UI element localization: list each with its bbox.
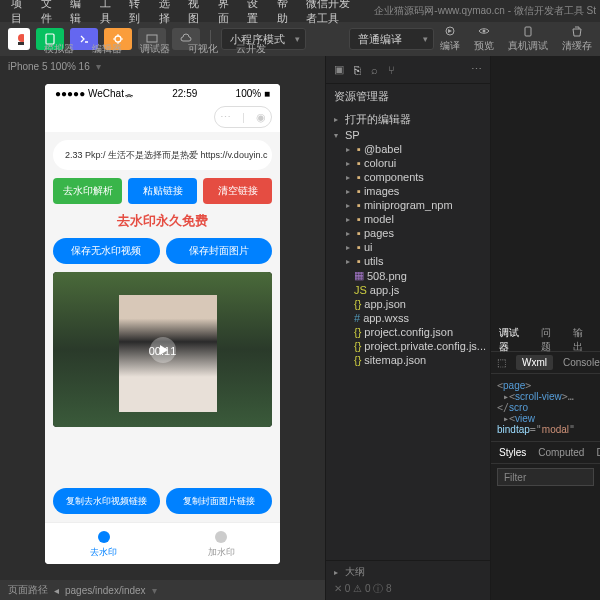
file-sitemap.json[interactable]: {} sitemap.json	[326, 353, 490, 367]
status-time: 22:59	[172, 88, 197, 99]
menu-project[interactable]: 项目	[4, 0, 34, 26]
outline[interactable]: ▸ 大纲	[334, 565, 482, 579]
file-project.config.json[interactable]: {} project.config.json	[326, 325, 490, 339]
menu-file[interactable]: 文件	[34, 0, 64, 26]
status-signal: ●●●●● WeChat	[55, 88, 134, 99]
copy-icon[interactable]: ⎘	[354, 64, 361, 76]
folder-pages[interactable]: ▸▪ pages	[326, 226, 490, 240]
search-icon[interactable]: ⌕	[371, 64, 378, 76]
menu-edit[interactable]: 编辑	[63, 0, 93, 26]
label-visual: 可视化	[188, 42, 218, 56]
label-sim: 模拟器	[44, 42, 74, 56]
file-app.js[interactable]: JS app.js	[326, 283, 490, 297]
url-input[interactable]: 2.33 Pkp:/ 生活不是选择而是热爱 https://v.douyin.c	[53, 140, 272, 170]
free-text: 去水印永久免费	[53, 212, 272, 230]
window-title: 企业猫源码网-www.qymao.cn - 微信开发者工具 Stable 1.0…	[367, 4, 596, 18]
folder-utils[interactable]: ▸▪ utils	[326, 254, 490, 268]
svg-rect-2	[18, 42, 24, 45]
menu-tools[interactable]: 工具	[93, 0, 123, 26]
menu-help[interactable]: 帮助	[270, 0, 300, 26]
compile-button[interactable]: 编译	[440, 26, 460, 53]
open-editors[interactable]: ▸打开的编辑器	[326, 111, 490, 128]
folder-miniprogram_npm[interactable]: ▸▪ miniprogram_npm	[326, 198, 490, 212]
root-folder[interactable]: ▾SP	[326, 128, 490, 142]
label-debug: 调试器	[140, 42, 170, 56]
menubar: 项目 文件 编辑 工具 转到 选择 视图 界面 设置 帮助 微信开发者工具 企业…	[0, 0, 600, 22]
video-player[interactable]: 00:11	[53, 272, 272, 427]
tab-output[interactable]: 输出	[573, 326, 592, 354]
tab-problems[interactable]: 问题	[541, 326, 560, 354]
branch-icon[interactable]: ⑂	[388, 64, 395, 76]
svg-rect-5	[147, 35, 157, 42]
dataset-tab[interactable]: Data	[596, 447, 600, 458]
copy-video-button[interactable]: 复制去水印视频链接	[53, 488, 160, 514]
menu-select[interactable]: 选择	[152, 0, 182, 26]
svg-rect-8	[525, 27, 531, 36]
svg-point-10	[98, 531, 110, 543]
folder-images[interactable]: ▸▪ images	[326, 184, 490, 198]
save-cover-button[interactable]: 保存封面图片	[166, 238, 273, 264]
folder-components[interactable]: ▸▪ components	[326, 170, 490, 184]
tab-add-wm[interactable]: 加水印	[163, 523, 281, 564]
filter-input[interactable]: Filter	[497, 468, 594, 486]
file-508.png[interactable]: ▦ 508.png	[326, 268, 490, 283]
menu-view[interactable]: 视图	[181, 0, 211, 26]
parse-button[interactable]: 去水印解析	[53, 178, 122, 204]
wxml-tab[interactable]: Wxml	[516, 355, 553, 370]
clear-button[interactable]: 清空链接	[203, 178, 272, 204]
folder-@babel[interactable]: ▸▪ @babel	[326, 142, 490, 156]
clear-cache-button[interactable]: 清缓存	[562, 26, 592, 53]
folder-model[interactable]: ▸▪ model	[326, 212, 490, 226]
compile-dropdown[interactable]: 普通编译	[349, 28, 434, 50]
capsule[interactable]: ⋯ | ◉	[214, 106, 272, 128]
tab-debugger[interactable]: 调试器	[499, 326, 527, 354]
status-battery: 100% ■	[236, 88, 270, 99]
svg-point-7	[483, 29, 486, 32]
copy-cover-button[interactable]: 复制封面图片链接	[166, 488, 273, 514]
phone-simulator: ●●●●● WeChat 22:59 100% ■ ⋯ | ◉ 2.33 Pkp…	[45, 84, 280, 564]
save-video-button[interactable]: 保存无水印视频	[53, 238, 160, 264]
code-tree[interactable]: <page> ▸<scroll-view>…</scro ▸<view bind…	[491, 374, 600, 441]
folder-colorui[interactable]: ▸▪ colorui	[326, 156, 490, 170]
explorer-title: 资源管理器	[326, 84, 490, 109]
page-path[interactable]: pages/index/index	[65, 585, 146, 596]
more-icon[interactable]: ⋯	[471, 63, 482, 76]
menu-ui[interactable]: 界面	[211, 0, 241, 26]
menu-goto[interactable]: 转到	[122, 0, 152, 26]
menu-devtools[interactable]: 微信开发者工具	[299, 0, 367, 26]
label-cloud: 云开发	[236, 42, 266, 56]
label-editor: 编辑器	[92, 42, 122, 56]
file-app.json[interactable]: {} app.json	[326, 297, 490, 311]
preview-button[interactable]: 预览	[474, 26, 494, 53]
video-time: 00:11	[149, 345, 177, 357]
inspect-icon[interactable]: ⬚	[497, 357, 506, 368]
styles-tab[interactable]: Styles	[499, 447, 526, 458]
file-project.private.config.js...[interactable]: {} project.private.config.js...	[326, 339, 490, 353]
status-icons: ✕ 0 ⚠ 0 ⓘ 8	[334, 582, 482, 596]
remote-debug-button[interactable]: 真机调试	[508, 26, 548, 53]
tab-remove-wm[interactable]: 去水印	[45, 523, 163, 564]
device-selector[interactable]: iPhone 5 100% 16	[8, 61, 90, 72]
folder-ui[interactable]: ▸▪ ui	[326, 240, 490, 254]
capsule-close-icon[interactable]: ◉	[256, 111, 266, 124]
console-tab[interactable]: Console	[563, 357, 600, 368]
paste-button[interactable]: 粘贴链接	[128, 178, 197, 204]
menu-settings[interactable]: 设置	[240, 0, 270, 26]
capsule-menu-icon[interactable]: ⋯	[220, 111, 231, 124]
app-icon	[8, 28, 30, 50]
page-path-label: 页面路径	[8, 583, 48, 597]
computed-tab[interactable]: Computed	[538, 447, 584, 458]
explorer-tab-icon[interactable]: ▣	[334, 63, 344, 76]
file-app.wxss[interactable]: # app.wxss	[326, 311, 490, 325]
svg-point-11	[215, 531, 227, 543]
